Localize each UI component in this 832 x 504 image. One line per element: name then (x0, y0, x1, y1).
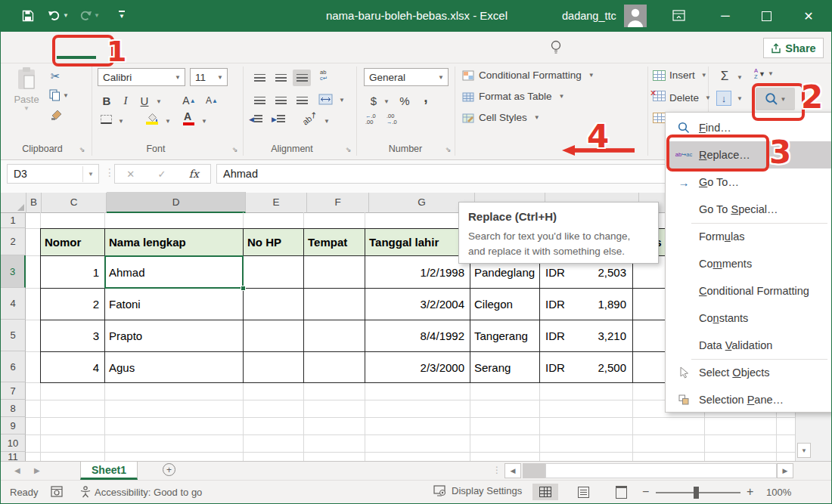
new-sheet-icon[interactable]: + (163, 463, 175, 476)
cell[interactable]: IDR3,210 (540, 320, 633, 352)
merge-center-icon[interactable] (318, 94, 333, 108)
column-header-cell[interactable]: B (26, 193, 42, 213)
sheet-nav-right-icon[interactable]: ▶ (34, 466, 40, 475)
align-left-button[interactable] (250, 92, 269, 109)
select-all-corner[interactable] (1, 193, 26, 213)
align-center-button[interactable] (272, 92, 290, 109)
column-header-cell-active[interactable]: D (107, 192, 246, 213)
maximize-button[interactable] (751, 0, 781, 32)
menu-item-goto[interactable]: → Go To… (666, 169, 832, 196)
column-header-cell[interactable]: F (307, 193, 369, 213)
format-painter-icon[interactable] (51, 109, 63, 124)
cell[interactable]: 2/3/2000 (365, 352, 470, 383)
zoom-out-button[interactable]: − (642, 485, 649, 499)
formula-bar-splitter[interactable]: ⋮ (104, 166, 115, 178)
row-header-cell[interactable]: 5 (1, 320, 26, 351)
decrease-decimal-button[interactable]: .00→.0 (387, 113, 397, 125)
row-header-cell[interactable]: 4 (1, 288, 26, 320)
zoom-slider-thumb[interactable] (694, 487, 699, 499)
menu-item-constants[interactable]: Constants (666, 305, 832, 332)
increase-indent-icon[interactable]: ▶ (272, 115, 285, 123)
menu-item-formulas[interactable]: Formulas (666, 223, 832, 250)
column-header-cell[interactable]: E (246, 193, 307, 213)
row-header-cell-active[interactable]: 3 (1, 255, 26, 288)
cell[interactable] (244, 320, 304, 352)
number-format-combo[interactable]: General▼ (364, 68, 449, 86)
cancel-entry-icon[interactable]: ✕ (126, 169, 135, 180)
cell[interactable]: 4 (41, 352, 105, 383)
decrease-indent-icon[interactable]: ◀ (249, 115, 262, 123)
decrease-font-button[interactable]: A▲ (203, 92, 220, 109)
cell[interactable] (244, 256, 304, 289)
delete-cells-button[interactable]: ✕ Delete▼ (653, 91, 711, 104)
clipboard-dialog-launcher[interactable]: ⇘ (79, 146, 85, 153)
row-header-cell[interactable]: 9 (1, 417, 26, 434)
sheet-nav-left-icon[interactable]: ◀ (14, 466, 20, 475)
cell[interactable]: 3/2/2004 (365, 289, 470, 320)
underline-button[interactable]: U (137, 92, 152, 109)
font-name-combo[interactable]: Calibri▼ (98, 68, 185, 86)
hscroll-thumb[interactable] (523, 463, 545, 478)
font-dialog-launcher[interactable]: ⇘ (232, 146, 238, 153)
sort-filter-button[interactable]: AZ ▼▼ (754, 68, 774, 79)
cell[interactable]: Tangerang (470, 320, 540, 352)
row-header-cell[interactable]: 11 (1, 452, 26, 461)
alignment-dialog-launcher[interactable]: ⇘ (346, 146, 352, 153)
font-size-combo[interactable]: 11▼ (190, 68, 228, 86)
cell[interactable]: Tempat (304, 229, 365, 256)
italic-button[interactable]: I (118, 92, 133, 109)
accessibility-icon[interactable] (79, 485, 92, 500)
row-header-cell[interactable]: 2 (1, 228, 26, 255)
hscroll-track[interactable] (545, 463, 777, 478)
number-dialog-launcher[interactable]: ⇘ (445, 146, 452, 153)
row-header-cell[interactable]: 8 (1, 400, 26, 417)
account-name[interactable]: dadang_ttc (562, 10, 616, 22)
insert-function-icon[interactable]: fx (189, 168, 199, 180)
tell-me-bulb-icon[interactable] (550, 39, 562, 58)
cell[interactable]: Nama lengkap (105, 229, 244, 256)
menu-item-goto-special[interactable]: Go To Special… (666, 196, 832, 223)
confirm-entry-icon[interactable]: ✓ (157, 169, 166, 180)
column-header-cell[interactable]: C (42, 193, 107, 213)
row-header-cell[interactable]: 7 (1, 382, 26, 400)
cell[interactable]: Tanggal lahir (365, 229, 470, 256)
macro-record-icon[interactable] (51, 486, 63, 499)
cell[interactable] (304, 256, 365, 289)
avatar[interactable] (624, 5, 647, 30)
scroll-down-icon[interactable]: ▼ (797, 443, 811, 458)
comma-style-button[interactable]: , (420, 89, 432, 106)
underline-chevron-icon[interactable]: ▼ (156, 98, 162, 105)
increase-font-button[interactable]: A▲ (181, 92, 197, 109)
hscroll-right-icon[interactable]: ▶ (777, 463, 793, 478)
align-top-button[interactable] (250, 70, 269, 86)
close-button[interactable]: ✕ (793, 0, 824, 32)
zoom-level[interactable]: 100% (766, 487, 791, 498)
tab-splitter[interactable]: ⋮ (492, 465, 501, 475)
fill-handle[interactable] (241, 286, 246, 291)
minimize-button[interactable]: ─ (710, 0, 740, 32)
paste-button[interactable]: Paste ▼ (8, 66, 45, 133)
align-right-button[interactable] (293, 92, 311, 109)
cell[interactable]: Nomor (41, 229, 105, 256)
cell-styles-button[interactable]: Cell Styles▼ (462, 112, 540, 123)
cell[interactable]: Fatoni (105, 289, 244, 320)
align-middle-button[interactable] (272, 70, 290, 86)
autosum-button[interactable]: Σ (716, 68, 733, 85)
hscroll-left-icon[interactable]: ◀ (504, 463, 521, 478)
orientation-icon[interactable]: ab↗ (300, 110, 319, 128)
display-settings-button[interactable]: Display Settings (433, 485, 522, 496)
conditional-formatting-button[interactable]: Conditional Formatting▼ (462, 70, 595, 81)
ribbon-display-options-icon[interactable] (672, 10, 685, 24)
cell[interactable]: 1 (41, 256, 105, 289)
view-normal-button[interactable] (532, 484, 558, 500)
wrap-text-button[interactable]: abc↵ (320, 70, 328, 81)
row-header-cell[interactable]: 1 (1, 212, 26, 228)
accessibility-status[interactable]: Accessibility: Good to go (95, 487, 202, 498)
cell[interactable]: 2 (41, 289, 105, 320)
borders-icon[interactable] (101, 115, 112, 124)
name-box-chevron-icon[interactable]: ▼ (82, 166, 98, 182)
sheet-tab-sheet1[interactable]: Sheet1 (80, 462, 138, 480)
name-box[interactable]: D3 ▼ (7, 164, 99, 184)
cell[interactable]: 1/2/1998 (365, 256, 470, 289)
zoom-in-button[interactable]: + (747, 485, 753, 499)
